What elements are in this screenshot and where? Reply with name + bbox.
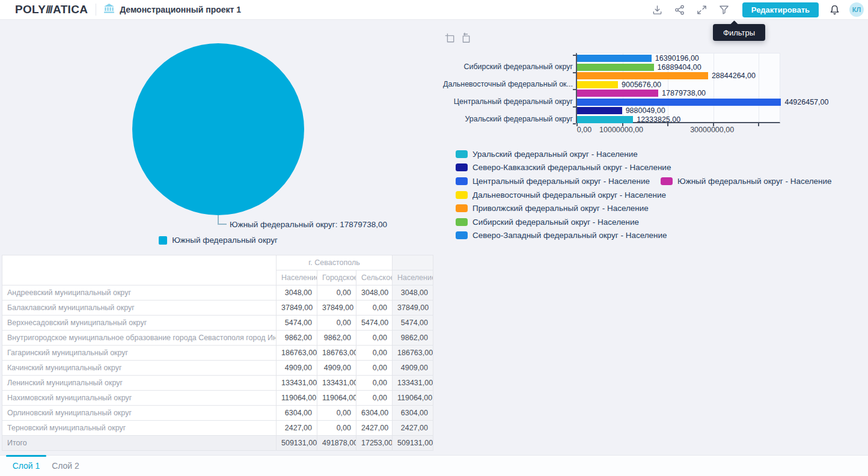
legend-label: Южный федеральный округ - Население	[677, 177, 832, 186]
row-label-cell: Балаклавский муниципальный округ	[2, 301, 277, 316]
row-label-cell: Гагаринский муниципальный округ	[2, 346, 277, 361]
bar-legend: Уральский федеральный округ - НаселениеС…	[456, 147, 832, 242]
legend-swatch	[456, 150, 468, 158]
project-title: Демонстрационный проект 1	[120, 5, 241, 14]
legend-swatch	[456, 204, 468, 212]
value-cell: 0,00	[317, 406, 356, 421]
legend-label: Южный федеральный округ	[172, 236, 278, 245]
value-cell: 4909,00	[277, 361, 317, 376]
column-header: Сельское	[356, 270, 393, 285]
y-category-label: Центральный федеральный округ	[454, 97, 573, 106]
bar-legend-item[interactable]: Северо-Западный федеральный округ - Насе…	[456, 231, 667, 240]
bar[interactable]	[577, 55, 652, 62]
table-row: Балаклавский муниципальный округ37849,00…	[2, 301, 433, 316]
header-cell	[393, 255, 433, 270]
y-tick	[573, 55, 576, 56]
value-cell: 0,00	[356, 376, 393, 391]
table-row: Гагаринский муниципальный округ186763,00…	[2, 346, 433, 361]
legend-swatch	[159, 236, 167, 245]
bar[interactable]	[577, 64, 654, 71]
value-cell: 5474,00	[356, 316, 393, 331]
fullscreen-icon[interactable]	[691, 4, 713, 16]
bank-icon	[104, 4, 114, 16]
value-cell: 0,00	[356, 346, 393, 361]
bar[interactable]	[577, 72, 708, 79]
pivot-table: г. СевастопольНаселениеГородскоеСельское…	[2, 255, 433, 451]
value-cell: 5474,00	[277, 316, 317, 331]
legend-row: Дальневосточный федеральный округ - Насе…	[456, 188, 832, 202]
row-label-cell: Нахимовский муниципальный округ	[2, 391, 277, 406]
value-cell: 133431,00	[317, 376, 356, 391]
bar-legend-item[interactable]: Южный федеральный округ - Население	[661, 177, 832, 186]
bar[interactable]	[577, 116, 633, 123]
legend-swatch	[456, 177, 468, 185]
layer-tabbar: Слой 1Слой 2	[0, 455, 868, 476]
bar-legend-item[interactable]: Дальневосточный федеральный округ - Насе…	[456, 191, 666, 200]
value-cell: 186763,00	[277, 346, 317, 361]
bar-value-label: 9880049,00	[626, 107, 665, 114]
total-value-cell: 491878,00	[317, 436, 356, 451]
bar-value-label: 12333825,00	[637, 116, 680, 123]
bar-legend-item[interactable]: Уральский федеральный округ - Население	[456, 150, 638, 159]
legend-row: Сибирский федеральный округ - Население	[456, 215, 832, 229]
value-cell: 2427,00	[393, 421, 433, 436]
legend-swatch	[456, 163, 468, 171]
bar[interactable]	[577, 81, 618, 88]
logo-slashes: ///	[46, 3, 52, 16]
legend-label: Северо-Кавказский федеральный округ - На…	[472, 163, 671, 172]
column-header: Городское	[317, 270, 356, 285]
value-cell: 9862,00	[317, 331, 356, 346]
app-header: POLY///ATICA Демонстрационный проект 1	[0, 0, 868, 20]
layer-tab[interactable]: Слой 2	[46, 456, 85, 476]
selection-zoom-icon[interactable]	[444, 32, 455, 46]
layer-tab[interactable]: Слой 1	[6, 456, 46, 476]
edit-button[interactable]: Редактировать	[742, 2, 819, 17]
legend-swatch	[456, 191, 468, 199]
bar-widget-toolbar	[444, 32, 471, 46]
value-cell: 133431,00	[277, 376, 317, 391]
value-cell: 119064,00	[393, 391, 433, 406]
pie-legend-item[interactable]: Южный федеральный округ	[159, 236, 278, 245]
bar-legend-item[interactable]: Северо-Кавказский федеральный округ - На…	[456, 163, 671, 172]
value-cell: 37849,00	[277, 301, 317, 316]
total-value-cell: 509131,00	[277, 436, 317, 451]
total-value-cell: 509131,00	[393, 436, 433, 451]
y-tick	[573, 123, 576, 124]
value-cell: 4909,00	[393, 361, 433, 376]
value-cell: 3048,00	[277, 285, 317, 301]
user-avatar[interactable]: КЛ	[849, 2, 864, 17]
bar-value-label: 16390196,00	[655, 55, 699, 62]
bar-value-label: 16889404,00	[658, 64, 701, 71]
share-icon[interactable]	[668, 4, 691, 16]
download-icon[interactable]	[646, 4, 668, 16]
filter-icon[interactable]	[713, 4, 735, 16]
legend-label: Сибирский федеральный округ - Население	[472, 218, 639, 227]
bar-legend-item[interactable]: Приволжский федеральный округ - Населени…	[456, 204, 649, 213]
total-label-cell: Итого	[2, 436, 277, 451]
table-row: Терновский муниципальный округ2427,000,0…	[2, 421, 433, 436]
column-header: Население	[393, 270, 433, 285]
bar-legend-item[interactable]: Сибирский федеральный округ - Население	[456, 218, 639, 227]
bar-legend-item[interactable]: Центральный федеральный округ - Населени…	[456, 177, 650, 186]
value-cell: 37849,00	[317, 301, 356, 316]
bar[interactable]	[577, 90, 658, 97]
table-row: Андреевский муниципальный округ3048,000,…	[2, 285, 433, 301]
row-label-cell: Орлиновский муниципальный округ	[2, 406, 277, 421]
pie-slice[interactable]	[132, 43, 304, 215]
reset-zoom-icon[interactable]	[460, 32, 471, 46]
legend-label: Приволжский федеральный округ - Населени…	[472, 204, 649, 213]
y-tick	[573, 89, 576, 90]
value-cell: 3048,00	[393, 285, 433, 301]
bar[interactable]	[577, 99, 781, 106]
y-category-label: Уральский федеральный округ	[465, 114, 573, 124]
logo-part1: POLY	[15, 3, 46, 16]
notifications-bell-icon[interactable]	[827, 4, 842, 16]
bar[interactable]	[577, 107, 622, 114]
tooltip-arrow	[730, 20, 738, 28]
row-label-cell: Внутригородское муниципальное образовани…	[2, 331, 277, 346]
total-row: Итого509131,00491878,0017253,00509131,00	[2, 436, 433, 451]
value-cell: 37849,00	[393, 301, 433, 316]
bar-value-label: 9005676,00	[622, 81, 661, 88]
table-row: Качинский муниципальный округ4909,004909…	[2, 361, 433, 376]
value-cell: 0,00	[356, 331, 393, 346]
